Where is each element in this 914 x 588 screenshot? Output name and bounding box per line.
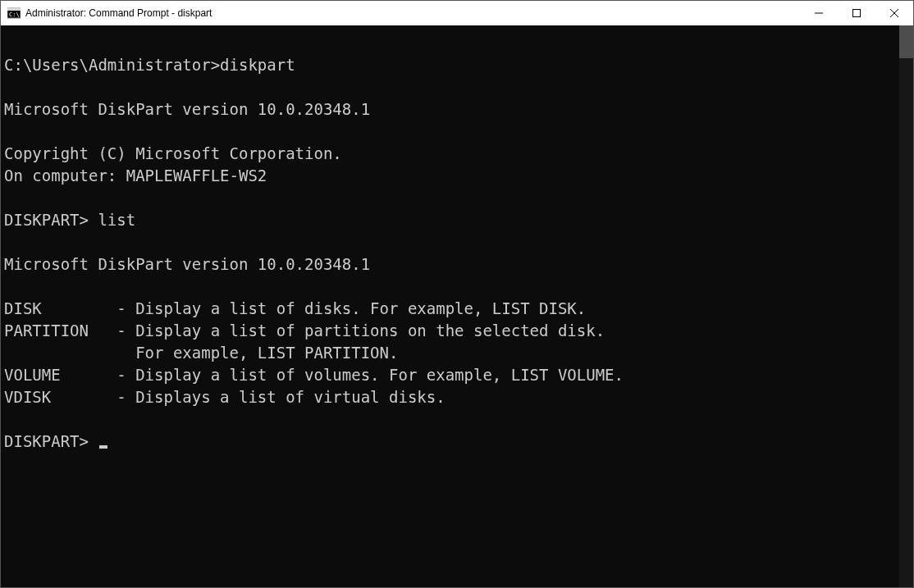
line-blank-0 [4, 34, 13, 52]
titlebar[interactable]: C:\ Administrator: Command Prompt - disk… [1, 1, 913, 25]
svg-text:C:\: C:\ [9, 11, 20, 18]
line-dp-prompt-2: DISKPART> [4, 432, 98, 450]
cursor-icon [99, 445, 107, 449]
line-help-partition: PARTITION - Display a list of partitions… [4, 321, 605, 340]
line-copyright: Copyright (C) Microsoft Corporation. [4, 144, 342, 162]
console-area-wrap: C:\Users\Administrator>diskpart Microsof… [1, 25, 913, 587]
svg-rect-1 [7, 8, 21, 11]
window-controls [800, 1, 913, 25]
line-prompt-cmd: diskpart [220, 56, 295, 74]
maximize-button[interactable] [838, 1, 875, 25]
command-prompt-window: C:\ Administrator: Command Prompt - disk… [0, 0, 914, 588]
svg-rect-4 [853, 10, 861, 17]
scrollbar-thumb[interactable] [899, 25, 913, 58]
cmd-icon: C:\ [7, 7, 21, 20]
vertical-scrollbar[interactable] [899, 25, 913, 587]
line-version-2: Microsoft DiskPart version 10.0.20348.1 [4, 255, 370, 273]
close-button[interactable] [875, 1, 913, 25]
line-help-partition2: For example, LIST PARTITION. [4, 344, 398, 362]
line-help-volume: VOLUME - Display a list of volumes. For … [4, 366, 624, 384]
line-help-vdisk: VDISK - Displays a list of virtual disks… [4, 388, 446, 406]
window-title: Administrator: Command Prompt - diskpart [25, 7, 800, 19]
line-help-disk: DISK - Display a list of disks. For exam… [4, 299, 586, 317]
line-version-1: Microsoft DiskPart version 10.0.20348.1 [4, 100, 370, 118]
line-dp-cmd-1: list [98, 211, 135, 229]
console-area[interactable]: C:\Users\Administrator>diskpart Microsof… [1, 25, 899, 587]
line-prompt-path: C:\Users\Administrator> [4, 56, 220, 74]
line-dp-prompt-1: DISKPART> [4, 211, 98, 229]
minimize-button[interactable] [800, 1, 838, 25]
line-computer: On computer: MAPLEWAFFLE-WS2 [4, 166, 267, 185]
